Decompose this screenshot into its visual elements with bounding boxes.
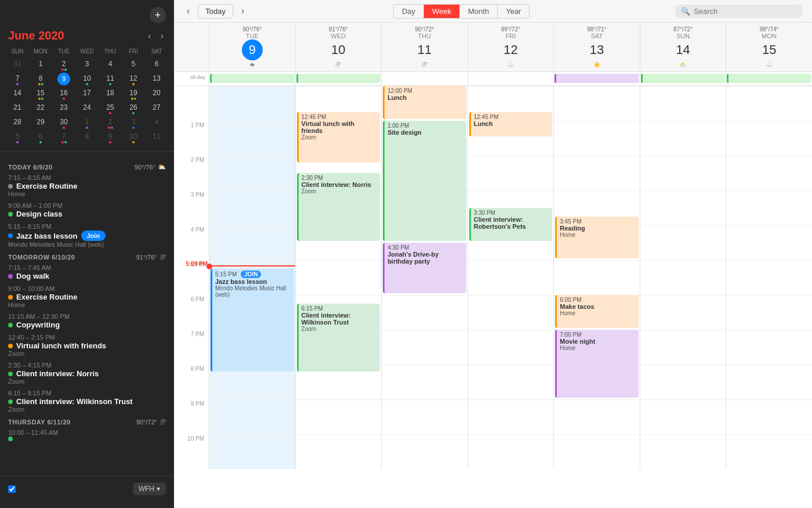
agenda-event[interactable]: 10:00 – 11:45 AM xyxy=(8,429,166,441)
thursday-events-list: 10:00 – 11:45 AM xyxy=(8,429,166,441)
agenda-event[interactable]: 12:45 – 2:15 PM Virtual lunch with frien… xyxy=(8,334,166,357)
hour-line xyxy=(554,86,640,87)
wfh-button[interactable]: WFH ▾ xyxy=(133,482,166,495)
mini-cal-cell[interactable]: 25 xyxy=(99,102,122,116)
mini-cal-cell[interactable]: 1 xyxy=(29,58,52,73)
tab-week[interactable]: Week xyxy=(424,5,460,18)
prev-week-button[interactable]: ‹ xyxy=(183,3,193,19)
event-title: Client interview: Wilkinson Trust xyxy=(8,397,166,406)
join-button[interactable]: Join xyxy=(81,230,106,241)
tab-month[interactable]: Month xyxy=(460,5,498,18)
mini-cal-cell[interactable]: 21 xyxy=(6,102,29,116)
agenda-event[interactable]: 9:00 AM – 1:00 PM Design class xyxy=(8,202,166,218)
wfh-checkbox[interactable] xyxy=(8,485,16,493)
mini-cal-cell[interactable]: 14 xyxy=(6,87,29,102)
mini-cal-cell[interactable]: 23 xyxy=(52,102,75,116)
month-prev-button[interactable]: ‹ xyxy=(146,30,153,42)
hour-line xyxy=(296,86,382,87)
mini-cal-cell[interactable]: 17 xyxy=(75,87,99,102)
agenda-event[interactable]: 5:15 – 8:15 PM Jazz bass lesson Join Mon… xyxy=(8,223,166,248)
mini-cal-cell[interactable]: 8 xyxy=(75,131,99,145)
mini-cal-cell[interactable]: 26 xyxy=(122,102,145,116)
col-temp: 90°/72° xyxy=(386,26,463,33)
mini-cal-cell[interactable]: 24 xyxy=(75,102,99,116)
mini-cal-cell[interactable]: 2 xyxy=(99,116,122,131)
calendar-event[interactable]: 3:45 PM Reading Home xyxy=(555,217,639,258)
mini-cal-cell[interactable]: 28 xyxy=(6,116,29,131)
agenda-event[interactable]: 7:15 – 8:15 AM Exercise Routine Home xyxy=(8,174,166,197)
agenda-section: TODAY 6/9/20 90°/76° ⛅ 7:15 – 8:15 AM Ex… xyxy=(0,157,174,446)
mini-cal-cell[interactable]: 22 xyxy=(29,102,52,116)
mini-cal-cell[interactable]: 3 xyxy=(122,116,145,131)
all-day-event-sun[interactable] xyxy=(641,74,726,83)
col-header-tue: 90°/76° TUE 9 🌧 xyxy=(209,23,295,71)
mini-cal-cell[interactable]: 31 xyxy=(6,58,29,73)
mini-cal-cell[interactable]: 7 xyxy=(52,131,75,145)
mini-cal-cell[interactable]: 5 xyxy=(122,58,145,73)
mini-cal-cell[interactable]: 12 xyxy=(122,73,145,87)
all-day-event-wed[interactable] xyxy=(296,74,381,83)
calendar-event[interactable]: 12:45 PM Virtual lunch with friends Zoom xyxy=(297,112,380,163)
search-input[interactable] xyxy=(694,7,797,16)
calendar-event[interactable]: 6:00 PM Make tacos Home xyxy=(555,295,639,328)
mini-cal-cell[interactable]: 15 xyxy=(29,87,52,102)
calendar-event[interactable]: 5:15 PM JOIN Jazz bass lesson Mondo Melo… xyxy=(211,269,294,372)
mini-cal-cell[interactable]: 29 xyxy=(29,116,52,131)
calendar-event[interactable]: 2:30 PM Client interview: Norris Zoom xyxy=(297,173,380,241)
mini-cal-cell[interactable]: 30 xyxy=(52,116,75,131)
all-day-fri xyxy=(467,72,554,85)
mini-cal-cell[interactable]: 11 xyxy=(145,131,168,145)
agenda-event[interactable]: 9:00 – 10:00 AM Exercise Routine Home xyxy=(8,285,166,308)
today-button[interactable]: Today xyxy=(198,4,233,19)
mini-cal-cell[interactable]: 6 xyxy=(29,131,52,145)
mini-cal-cell[interactable]: 20 xyxy=(145,87,168,102)
mini-cal-cell[interactable]: 9 xyxy=(52,73,75,87)
join-badge[interactable]: JOIN xyxy=(241,271,261,278)
event-display-sub: Mondo Melodies Music Hall (web) xyxy=(215,285,291,298)
mini-cal-cell[interactable]: 3 xyxy=(75,58,99,73)
mini-cal-cell[interactable]: 6 xyxy=(145,58,168,73)
event-display-title: Jonah's Drive-by birthday party xyxy=(387,251,463,265)
hour-line xyxy=(640,434,726,435)
mini-cal-cell[interactable]: 9 xyxy=(99,131,122,145)
event-display-sub: Home xyxy=(560,345,636,351)
agenda-event[interactable]: 11:15 AM – 12:30 PM Copywriting xyxy=(8,313,166,329)
mini-cal-cell[interactable]: 5 xyxy=(6,131,29,145)
mini-cal-cell[interactable]: 8 xyxy=(29,73,52,87)
mini-cal-cell[interactable]: 4 xyxy=(99,58,122,73)
calendar-event[interactable]: 7:00 PM Movie night Home xyxy=(555,330,639,398)
calendar-event[interactable]: 4:30 PM Jonah's Drive-by birthday party xyxy=(383,243,466,293)
agenda-event[interactable]: 7:15 – 7:45 AM Dog walk xyxy=(8,264,166,280)
mini-cal-cell[interactable]: 13 xyxy=(145,73,168,87)
calendar-event[interactable]: 1:00 PM Site design xyxy=(383,121,466,241)
mini-cal-cell[interactable]: 4 xyxy=(145,116,168,131)
calendar-event[interactable]: 12:45 PM Lunch xyxy=(469,112,553,136)
calendar-event[interactable]: 6:15 PM Client interview: Wilkinson Trus… xyxy=(297,304,380,372)
all-day-event-tue[interactable] xyxy=(210,74,295,83)
mini-cal-cell[interactable]: 7 xyxy=(6,73,29,87)
agenda-event[interactable]: 6:15 – 8:15 PM Client interview: Wilkins… xyxy=(8,390,166,413)
mini-cal-cell[interactable]: 16 xyxy=(52,87,75,102)
add-event-button[interactable]: + xyxy=(150,7,166,23)
mini-cal-cell[interactable]: 1 xyxy=(75,116,99,131)
tab-year[interactable]: Year xyxy=(498,5,529,18)
calendar-event[interactable]: 12:00 PM Lunch xyxy=(383,86,466,119)
calendar-event[interactable]: 3:30 PM Client interview: Robertson's Pe… xyxy=(469,208,553,241)
mini-cal-cell[interactable]: 27 xyxy=(145,102,168,116)
mini-cal-cell[interactable]: 19 xyxy=(122,87,145,102)
tab-day[interactable]: Day xyxy=(394,5,424,18)
mini-cal-cell[interactable]: 2 xyxy=(52,58,75,73)
col-date: 14 xyxy=(673,39,694,60)
all-day-event-sat[interactable] xyxy=(554,74,639,83)
mini-cal-cell[interactable]: 18 xyxy=(99,87,122,102)
hour-line xyxy=(209,434,295,435)
mini-cal-cell[interactable]: 10 xyxy=(122,131,145,145)
mini-cal-cell[interactable]: 11 xyxy=(99,73,122,87)
month-next-button[interactable]: › xyxy=(158,30,166,42)
all-day-event-mon[interactable] xyxy=(727,74,811,83)
event-display-time: 3:45 PM xyxy=(560,218,636,225)
mini-cal-cell[interactable]: 10 xyxy=(75,73,99,87)
hour-line xyxy=(209,86,295,87)
agenda-event[interactable]: 2:30 – 4:15 PM Client interview: Norris … xyxy=(8,362,166,385)
next-week-button[interactable]: › xyxy=(238,3,248,19)
